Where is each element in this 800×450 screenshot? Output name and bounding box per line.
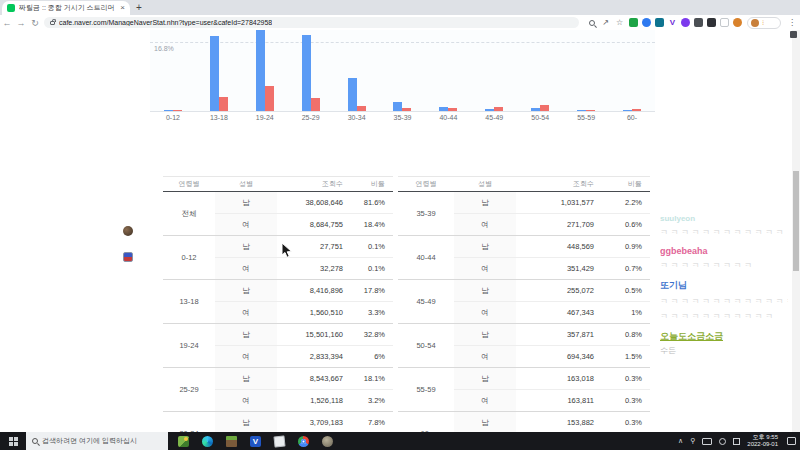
ratio-cell: 6%	[351, 346, 393, 368]
reload-icon[interactable]: ↻	[28, 18, 42, 28]
bar-male	[577, 110, 586, 111]
gender-cell: 여	[454, 258, 516, 280]
chat-emoji-icon	[123, 252, 133, 262]
minecraft-taskbar-icon[interactable]	[226, 436, 237, 447]
tray-ime-icon[interactable]	[733, 438, 740, 445]
views-cell: 1,031,577	[516, 192, 602, 214]
widget-taskbar-icon[interactable]	[178, 436, 189, 447]
notification-center-icon[interactable]	[787, 437, 796, 445]
browser-tab-strip: 짜릴금 :: 종합 거시기 스트리머 × +	[0, 0, 800, 15]
side-panel-icon[interactable]	[790, 31, 797, 38]
game-taskbar-icon[interactable]	[322, 436, 333, 447]
column-header: 연령별	[398, 177, 454, 192]
tray-link-icon[interactable]: ⚲	[690, 437, 695, 445]
bar-female	[173, 110, 182, 111]
extension-violet-v-icon[interactable]: V	[668, 18, 677, 27]
bar-female	[632, 109, 641, 111]
bar-male	[348, 78, 357, 111]
column-header: 성별	[454, 177, 516, 192]
gender-cell: 남	[454, 412, 516, 433]
views-cell: 8,543,667	[277, 368, 351, 390]
bar-male	[531, 108, 540, 111]
extension-purple-icon[interactable]	[681, 18, 690, 27]
mouse-cursor	[281, 242, 293, 259]
bar-male	[393, 102, 402, 111]
chart-x-tick-label: 13-18	[196, 114, 242, 121]
extension-orange-icon[interactable]	[733, 18, 742, 27]
extension-teal-icon[interactable]	[655, 18, 664, 27]
ratio-cell: 81.6%	[351, 192, 393, 214]
ratio-cell: 0.1%	[351, 258, 393, 280]
gender-cell: 여	[454, 346, 516, 368]
notes-taskbar-icon[interactable]	[273, 435, 285, 447]
bookmark-star-icon[interactable]: ☆	[615, 18, 624, 27]
views-cell: 357,871	[516, 324, 602, 346]
vapp-taskbar-icon[interactable]: V	[250, 436, 261, 447]
extension-blue-icon[interactable]	[642, 18, 651, 27]
bar-female	[494, 107, 503, 111]
bar-male	[485, 109, 494, 111]
extension-darkgray-icon[interactable]	[694, 18, 703, 27]
chrome-taskbar-icon[interactable]	[298, 436, 309, 447]
age-cell: 전체	[163, 192, 215, 236]
scrollbar-thumb[interactable]	[793, 171, 799, 271]
windows-logo-icon	[9, 437, 18, 446]
gender-cell: 남	[215, 236, 277, 258]
ratio-cell: 0.7%	[602, 258, 650, 280]
ratio-cell: 0.8%	[602, 324, 650, 346]
views-cell: 1,560,510	[277, 302, 351, 324]
gender-cell: 남	[454, 324, 516, 346]
gender-cell: 남	[454, 368, 516, 390]
chart-category-group	[242, 30, 288, 111]
table-header-row: 연령별성별조회수비율	[163, 177, 393, 192]
chart-category-group	[288, 30, 334, 111]
table-row: 19-24남15,501,16032.8%	[163, 324, 393, 346]
age-cell: 40-44	[398, 236, 454, 280]
taskbar-search-box[interactable]: 검색하려면 여기에 입력하십시	[26, 432, 168, 450]
extension-black-icon[interactable]	[707, 18, 716, 27]
start-button[interactable]	[0, 432, 26, 450]
forward-icon[interactable]: →	[14, 18, 28, 28]
table-row: 25-29남8,543,66718.1%	[163, 368, 393, 390]
gender-cell: 여	[454, 390, 516, 412]
bar-male	[210, 36, 219, 111]
bar-male	[164, 110, 173, 111]
age-gender-bar-chart: 16.8% 0-1213-1819-2425-2930-3435-3940-44…	[150, 30, 655, 122]
address-bar[interactable]: cafe.naver.com/ManageNaverStat.nhn?type=…	[44, 17, 579, 28]
zoom-icon[interactable]	[587, 18, 596, 27]
tray-status-icon[interactable]	[719, 438, 726, 445]
tray-keyboard-icon[interactable]	[702, 438, 712, 445]
extension-green-icon[interactable]	[629, 18, 638, 27]
tray-chevron-icon[interactable]: ∧	[678, 437, 683, 445]
taskbar-clock[interactable]: 오후 9:55 2022-09-01	[747, 434, 778, 448]
chart-category-group	[563, 30, 609, 111]
ratio-cell: 0.3%	[602, 390, 650, 412]
profile-button[interactable]: ⁝	[747, 17, 781, 29]
back-icon[interactable]: ←	[0, 18, 14, 28]
age-cell: 13-18	[163, 280, 215, 324]
ratio-cell: 0.3%	[602, 368, 650, 390]
bar-male	[439, 107, 448, 111]
share-icon[interactable]: ↗	[601, 18, 610, 27]
gender-cell: 여	[454, 302, 516, 324]
tab-close-icon[interactable]: ×	[120, 4, 125, 12]
ratio-cell: 3.3%	[351, 302, 393, 324]
new-tab-button[interactable]: +	[136, 2, 142, 14]
chart-x-tick-label: 40-44	[425, 114, 471, 121]
chat-message: ㅋㅋㅋㅋㅋㅋㅋㅋㅋ	[660, 260, 788, 271]
bar-female	[586, 110, 595, 111]
extension-icons: V	[629, 18, 742, 27]
chat-message: 수든	[660, 345, 788, 356]
chart-category-group	[380, 30, 426, 111]
column-header: 성별	[215, 177, 277, 192]
extension-light-icon[interactable]	[720, 18, 729, 27]
views-cell: 8,416,896	[277, 280, 351, 302]
browser-tab[interactable]: 짜릴금 :: 종합 거시기 스트리머 ×	[2, 1, 130, 15]
chrome-menu-icon[interactable]: ⋮	[788, 18, 796, 27]
gender-cell: 여	[454, 214, 516, 236]
gender-cell: 남	[215, 368, 277, 390]
table-row: 30-34남3,709,1837.8%	[163, 412, 393, 433]
edge-taskbar-icon[interactable]	[202, 436, 213, 447]
ratio-cell: 18.1%	[351, 368, 393, 390]
views-cell: 2,833,394	[277, 346, 351, 368]
